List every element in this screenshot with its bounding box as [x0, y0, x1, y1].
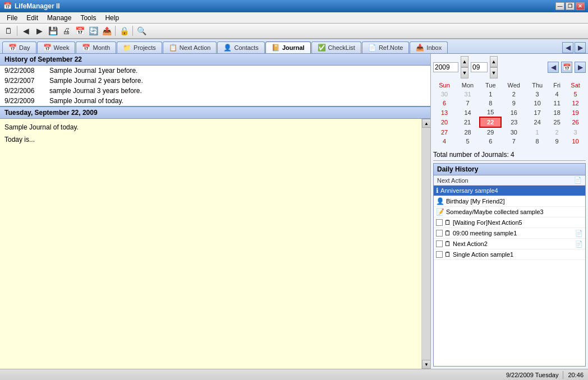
journal-content[interactable]: Sample Journal of today. Today is... ▲ ▼	[0, 119, 430, 369]
cal-day[interactable]: 19	[566, 108, 585, 117]
daily-history-item[interactable]: 🗒 Single Action sample1	[434, 249, 585, 260]
menu-manage[interactable]: Manage	[43, 13, 76, 23]
cal-day[interactable]: 27	[433, 127, 456, 137]
cal-day[interactable]: 4	[548, 90, 566, 99]
cal-day[interactable]: 7	[501, 137, 526, 146]
cal-day[interactable]: 30	[433, 90, 456, 99]
scroll-up-button[interactable]: ▲	[422, 119, 430, 128]
close-button[interactable]: ✕	[576, 2, 585, 10]
toolbar-lock[interactable]: 🔒	[118, 25, 130, 37]
cal-day[interactable]: 8	[526, 137, 548, 146]
cal-next-button[interactable]: ▶	[575, 62, 586, 73]
tab-projects[interactable]: 📁 Projects	[117, 41, 162, 53]
tab-right-arrow[interactable]: ▶	[575, 42, 586, 53]
tab-contacts[interactable]: 👤 Contacts	[217, 41, 264, 53]
journal-scrollbar[interactable]: ▲ ▼	[421, 119, 430, 369]
cal-day[interactable]: 1	[480, 90, 501, 99]
cal-day[interactable]: 15	[480, 108, 501, 117]
tab-month[interactable]: 📅 Month	[76, 41, 116, 53]
cal-day[interactable]: 23	[501, 117, 526, 127]
year-input[interactable]	[433, 62, 458, 72]
cal-day[interactable]: 25	[548, 117, 566, 127]
menu-tools[interactable]: Tools	[76, 13, 100, 23]
dh-checkbox[interactable]	[436, 230, 443, 237]
cal-day[interactable]: 20	[433, 117, 456, 127]
tab-journal[interactable]: 📔 Journal	[265, 41, 311, 53]
minimize-button[interactable]: —	[555, 2, 564, 10]
cal-day[interactable]: 29	[480, 127, 501, 137]
month-input[interactable]	[471, 62, 488, 72]
cal-day[interactable]: 14	[456, 108, 480, 117]
scroll-down-button[interactable]: ▼	[422, 360, 430, 369]
cal-day[interactable]: 22	[480, 117, 501, 127]
daily-history-item[interactable]: 🗒 [Waiting For]Next Action5	[434, 217, 585, 228]
cal-day[interactable]: 26	[566, 117, 585, 127]
cal-prev-button[interactable]: ◀	[548, 62, 559, 73]
toolbar-save[interactable]: 💾	[47, 25, 59, 37]
toolbar-forward[interactable]: ▶	[33, 25, 45, 37]
cal-day[interactable]: 11	[548, 99, 566, 108]
tab-refnote[interactable]: 📄 Ref.Note	[362, 41, 409, 53]
toolbar-calendar[interactable]: 📅	[74, 25, 86, 37]
menu-edit[interactable]: Edit	[22, 13, 43, 23]
year-up-button[interactable]: ▲	[461, 56, 468, 67]
toolbar-print[interactable]: 🖨	[60, 25, 72, 37]
dh-checkbox[interactable]	[436, 240, 443, 247]
cal-day[interactable]: 24	[526, 117, 548, 127]
history-row[interactable]: 9/22/2009 Sample Journal of today.	[0, 96, 430, 106]
month-down-button[interactable]: ▼	[490, 67, 498, 78]
cal-day[interactable]: 8	[480, 99, 501, 108]
cal-day[interactable]: 1	[526, 127, 548, 137]
tab-nextaction[interactable]: 📋 Next Action	[163, 41, 217, 53]
history-row[interactable]: 9/22/2006 sample Journal 3 years before.	[0, 86, 430, 96]
cal-day[interactable]: 18	[548, 108, 566, 117]
cal-day[interactable]: 6	[480, 137, 501, 146]
menu-file[interactable]: File	[2, 13, 22, 23]
cal-day[interactable]: 31	[456, 90, 480, 99]
cal-day[interactable]: 2	[548, 127, 566, 137]
cal-day[interactable]: 3	[566, 127, 585, 137]
cal-today-button[interactable]: 📅	[561, 62, 572, 73]
cal-day[interactable]: 10	[526, 99, 548, 108]
cal-day[interactable]: 3	[526, 90, 548, 99]
cal-day[interactable]: 28	[456, 127, 480, 137]
toolbar-export[interactable]: 📤	[100, 25, 113, 37]
toolbar-back[interactable]: ◀	[20, 25, 32, 37]
cal-day[interactable]: 10	[566, 137, 585, 146]
history-row[interactable]: 9/22/2008 Sample Journal 1year before.	[0, 66, 430, 76]
cal-day[interactable]: 6	[433, 99, 456, 108]
cal-day[interactable]: 17	[526, 108, 548, 117]
daily-history-item[interactable]: ℹ Anniversary sample4	[434, 186, 585, 196]
menu-help[interactable]: Help	[100, 13, 123, 23]
restore-button[interactable]: ❐	[566, 2, 575, 10]
toolbar-sync[interactable]: 🔄	[87, 25, 99, 37]
year-down-button[interactable]: ▼	[461, 67, 468, 78]
tab-day[interactable]: 📅 Day	[2, 41, 36, 53]
tab-left-arrow[interactable]: ◀	[562, 42, 573, 53]
history-row[interactable]: 9/22/2007 Sample Journal 2 years before.	[0, 76, 430, 86]
cal-day[interactable]: 7	[456, 99, 480, 108]
cal-day[interactable]: 12	[566, 99, 585, 108]
cal-day[interactable]: 9	[548, 137, 566, 146]
daily-history-item[interactable]: 📝 Someday/Maybe collected sample3	[434, 207, 585, 217]
cal-day[interactable]: 30	[501, 127, 526, 137]
cal-day[interactable]: 13	[433, 108, 456, 117]
cal-day[interactable]: 21	[456, 117, 480, 127]
toolbar-search[interactable]: 🔍	[135, 25, 148, 37]
tab-inbox[interactable]: 📥 Inbox	[410, 41, 448, 53]
dh-checkbox[interactable]	[436, 251, 443, 258]
scroll-track[interactable]	[422, 128, 430, 360]
daily-history-item[interactable]: 🗒 09:00 meeting sample1 📄	[434, 228, 585, 239]
tab-week[interactable]: 📅 Week	[37, 41, 76, 53]
cal-day[interactable]: 5	[456, 137, 480, 146]
toolbar-new[interactable]: 🗒	[2, 25, 15, 37]
cal-day[interactable]: 4	[433, 137, 456, 146]
tab-checklist[interactable]: ✅ CheckList	[311, 41, 361, 53]
daily-history-item[interactable]: 🗒 Next Action2 📄	[434, 239, 585, 249]
cal-day[interactable]: 5	[566, 90, 585, 99]
month-up-button[interactable]: ▲	[490, 56, 498, 67]
cal-day[interactable]: 2	[501, 90, 526, 99]
daily-history-item[interactable]: 👤 Birthday [My Friend2]	[434, 196, 585, 207]
cal-day[interactable]: 9	[501, 99, 526, 108]
dh-checkbox[interactable]	[436, 219, 443, 226]
